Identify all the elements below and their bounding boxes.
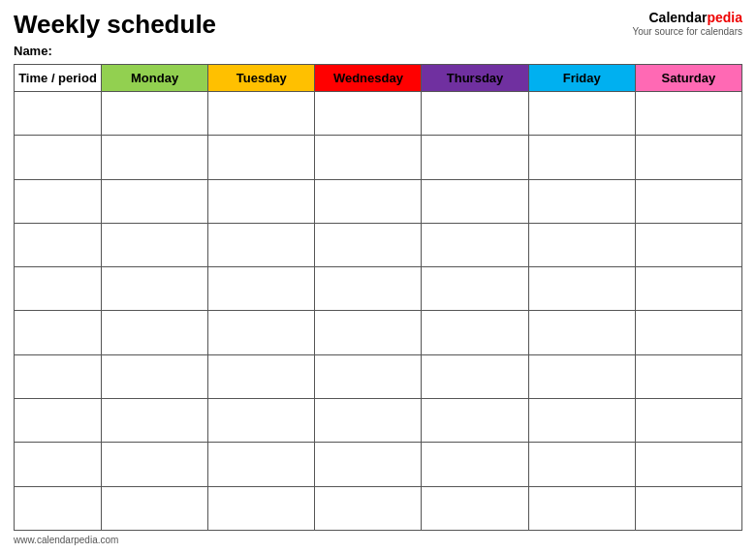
brand-tagline: Your source for calendars — [632, 26, 742, 38]
table-cell — [102, 443, 208, 486]
table-cell — [315, 443, 422, 486]
table-cell — [422, 311, 528, 354]
page-title: Weekly schedule — [14, 10, 216, 40]
table-cell — [528, 179, 635, 223]
table-cell — [528, 223, 635, 266]
table-cell — [422, 443, 528, 486]
table-cell — [315, 179, 422, 223]
table-cell — [635, 92, 741, 136]
table-cell — [208, 311, 315, 354]
table-cell — [102, 354, 208, 398]
table-cell — [208, 399, 315, 443]
table-cell — [102, 311, 208, 354]
top-bar: Weekly schedule Calendarpedia Your sourc… — [14, 10, 742, 40]
table-cell — [208, 267, 315, 311]
table-cell — [635, 486, 741, 530]
table-row — [15, 136, 742, 179]
table-cell — [315, 223, 422, 266]
schedule-table: Time / period Monday Tuesday Wednesday T… — [14, 64, 742, 531]
table-cell — [102, 223, 208, 266]
name-label: Name: — [14, 44, 742, 58]
table-cell — [635, 267, 741, 311]
table-cell — [528, 399, 635, 443]
col-header-time: Time / period — [15, 65, 102, 92]
table-cell — [208, 136, 315, 179]
table-cell — [315, 486, 422, 530]
footer: www.calendarpedia.com — [14, 535, 742, 545]
table-row — [15, 443, 742, 486]
table-cell — [422, 92, 528, 136]
table-cell — [208, 443, 315, 486]
table-cell — [208, 354, 315, 398]
table-cell — [635, 399, 741, 443]
table-cell — [102, 179, 208, 223]
header-row: Time / period Monday Tuesday Wednesday T… — [15, 65, 742, 92]
table-cell — [15, 267, 102, 311]
table-cell — [15, 354, 102, 398]
table-cell — [422, 223, 528, 266]
table-row — [15, 399, 742, 443]
table-cell — [315, 311, 422, 354]
table-cell — [315, 354, 422, 398]
page: Weekly schedule Calendarpedia Your sourc… — [0, 0, 756, 553]
table-cell — [528, 486, 635, 530]
table-cell — [422, 399, 528, 443]
table-cell — [528, 443, 635, 486]
table-cell — [208, 92, 315, 136]
col-header-monday: Monday — [102, 65, 208, 92]
brand-pedia: pedia — [707, 10, 742, 25]
table-cell — [635, 443, 741, 486]
table-cell — [528, 92, 635, 136]
table-cell — [315, 399, 422, 443]
schedule-body — [15, 92, 742, 531]
table-cell — [102, 399, 208, 443]
table-cell — [635, 354, 741, 398]
table-row — [15, 267, 742, 311]
table-cell — [102, 92, 208, 136]
table-row — [15, 223, 742, 266]
table-row — [15, 311, 742, 354]
table-cell — [15, 486, 102, 530]
table-cell — [102, 267, 208, 311]
table-row — [15, 179, 742, 223]
table-cell — [15, 443, 102, 486]
table-cell — [15, 92, 102, 136]
table-cell — [422, 486, 528, 530]
table-cell — [208, 179, 315, 223]
table-cell — [15, 179, 102, 223]
table-cell — [102, 486, 208, 530]
table-cell — [635, 136, 741, 179]
brand: Calendarpedia Your source for calendars — [632, 10, 742, 38]
table-cell — [102, 136, 208, 179]
table-cell — [208, 223, 315, 266]
table-cell — [422, 179, 528, 223]
table-cell — [315, 92, 422, 136]
table-cell — [315, 136, 422, 179]
table-cell — [528, 354, 635, 398]
table-cell — [635, 311, 741, 354]
table-row — [15, 354, 742, 398]
table-row — [15, 486, 742, 530]
table-cell — [15, 223, 102, 266]
col-header-saturday: Saturday — [635, 65, 741, 92]
table-cell — [208, 486, 315, 530]
col-header-wednesday: Wednesday — [315, 65, 422, 92]
brand-name: Calendarpedia — [632, 10, 742, 26]
table-cell — [528, 311, 635, 354]
table-cell — [422, 136, 528, 179]
table-cell — [635, 179, 741, 223]
table-cell — [422, 354, 528, 398]
col-header-tuesday: Tuesday — [208, 65, 315, 92]
table-cell — [15, 399, 102, 443]
col-header-friday: Friday — [528, 65, 635, 92]
brand-calendar: Calendar — [649, 10, 708, 25]
col-header-thursday: Thursday — [422, 65, 528, 92]
table-cell — [635, 223, 741, 266]
table-row — [15, 92, 742, 136]
table-cell — [422, 267, 528, 311]
table-cell — [528, 136, 635, 179]
table-cell — [528, 267, 635, 311]
table-cell — [315, 267, 422, 311]
table-cell — [15, 136, 102, 179]
table-cell — [15, 311, 102, 354]
